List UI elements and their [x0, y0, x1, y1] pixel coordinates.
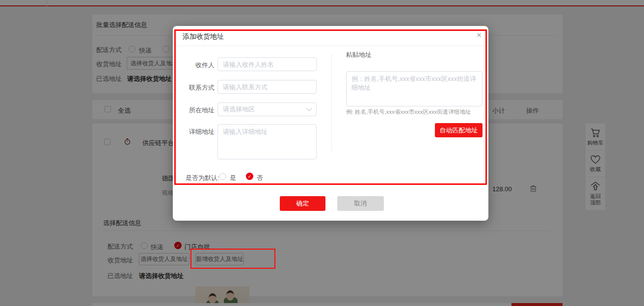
- region-select-placeholder: 请选择地区: [223, 105, 255, 114]
- add-address-modal: 添加收货地址 × 收件人 联系方式 所在地址 请选择地区 详细地址 粘贴地址 例…: [173, 26, 488, 221]
- default-yes-label: 是: [230, 174, 236, 182]
- modal-title: 添加收货地址: [183, 32, 224, 41]
- confirm-button[interactable]: 确定: [280, 196, 325, 211]
- region-select[interactable]: 请选择地区: [217, 102, 317, 116]
- modal-column-divider: [331, 54, 332, 151]
- recipient-input[interactable]: [217, 57, 317, 71]
- paste-address-label: 粘贴地址: [346, 51, 372, 59]
- cancel-button[interactable]: 取消: [337, 196, 384, 211]
- paste-address-textarea[interactable]: [346, 71, 483, 106]
- recipient-label: 收件人: [175, 61, 215, 70]
- detail-label: 详细地址: [175, 128, 215, 136]
- auto-match-button[interactable]: 自动匹配地址: [435, 123, 483, 137]
- paste-address-hint: 例: 姓名,手机号,xxx省xxx市xxx区xxx街道详细地址: [346, 108, 471, 116]
- default-label: 是否为默认:: [186, 174, 219, 182]
- chevron-down-icon: [306, 105, 312, 111]
- default-no-radio-checked[interactable]: ✓: [246, 173, 253, 180]
- close-icon[interactable]: ×: [477, 30, 482, 40]
- detail-textarea[interactable]: [217, 124, 317, 159]
- default-no-label: 否: [257, 174, 263, 182]
- modal-header-divider: [173, 46, 488, 46]
- contact-input[interactable]: [217, 80, 317, 94]
- region-label: 所在地址: [175, 106, 215, 115]
- default-yes-radio[interactable]: [219, 173, 226, 180]
- contact-label: 联系方式: [175, 83, 215, 92]
